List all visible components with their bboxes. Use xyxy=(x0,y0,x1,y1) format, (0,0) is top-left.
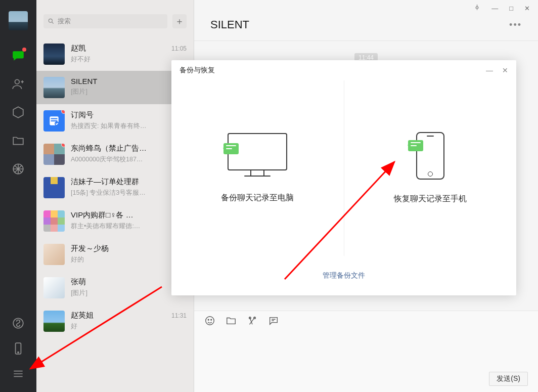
svg-point-11 xyxy=(208,319,209,320)
chat-name: 订阅号 xyxy=(71,110,94,120)
files-icon[interactable] xyxy=(11,134,25,148)
backup-label: 备份聊天记录至电脑 xyxy=(221,193,294,203)
chat-item[interactable]: 订阅号1热搜西安: 如果青春有终… xyxy=(36,104,194,138)
search-icon xyxy=(48,18,55,25)
svg-point-4 xyxy=(18,352,19,353)
svg-rect-7 xyxy=(51,118,58,119)
close-icon[interactable]: ✕ xyxy=(524,5,530,12)
chat-time: 11:31 xyxy=(171,312,187,319)
chat-avatar xyxy=(43,177,65,198)
svg-rect-8 xyxy=(51,120,58,121)
nav-rail xyxy=(0,0,36,392)
unread-dot xyxy=(61,110,65,114)
menu-icon[interactable] xyxy=(11,367,25,381)
chat-avatar xyxy=(43,244,65,265)
chat-avatar xyxy=(43,210,65,232)
phone-icon[interactable] xyxy=(11,341,25,356)
chat-item[interactable]: 赵英姐11:31好 xyxy=(36,304,194,338)
chat-item[interactable]: SILENT1[图片] xyxy=(36,71,194,104)
chat-avatar xyxy=(43,144,65,165)
send-button[interactable]: 发送(S) xyxy=(489,372,528,386)
chat-name: 张萌 xyxy=(71,277,86,287)
contacts-icon[interactable] xyxy=(11,77,25,91)
chat-item[interactable]: 赵凯11:05好不好 xyxy=(36,37,194,71)
phone-device-icon xyxy=(416,132,444,180)
chat-avatar xyxy=(43,43,65,65)
search-input[interactable]: 搜索 xyxy=(43,14,167,28)
maximize-icon[interactable]: □ xyxy=(509,5,513,12)
chat-preview: 群主•美德布耀布耀德:… xyxy=(71,222,182,231)
chat-preview: 好的 xyxy=(71,255,182,264)
chat-item[interactable]: 洁妹子—订单处理群1[15条] 专业保洁3号客服… xyxy=(36,171,194,204)
svg-point-0 xyxy=(15,79,20,84)
chat-menu-icon[interactable]: ••• xyxy=(509,20,522,30)
backup-to-pc-option[interactable]: 备份聊天记录至电脑 xyxy=(171,80,344,256)
my-avatar[interactable] xyxy=(9,11,28,30)
svg-point-5 xyxy=(49,19,52,22)
chat-name: 东尚蜂鸟（禁止广告… xyxy=(71,144,147,153)
history-icon[interactable] xyxy=(268,315,279,326)
manage-backup-link[interactable]: 管理备份文件 xyxy=(171,256,516,295)
chat-name: 赵英姐 xyxy=(71,311,94,320)
chat-preview: [图片] xyxy=(71,289,182,297)
restore-label: 恢复聊天记录至手机 xyxy=(394,194,467,204)
chat-name: VIP内购群□♀各 … xyxy=(71,210,133,220)
folder-icon[interactable] xyxy=(226,315,237,326)
svg-rect-3 xyxy=(16,343,21,354)
pin-icon[interactable] xyxy=(474,4,480,12)
chat-name: 洁妹子—订单处理群 xyxy=(71,177,139,187)
miniprogram-icon[interactable] xyxy=(11,316,25,330)
svg-point-10 xyxy=(206,317,214,325)
chat-list-panel: 搜索 ＋ 赵凯11:05好不好SILENT1[图片]订阅号1热搜西安: 如果青春… xyxy=(36,0,194,392)
minimize-icon[interactable]: — xyxy=(491,5,498,12)
restore-to-phone-option[interactable]: 恢复聊天记录至手机 xyxy=(344,80,517,256)
chat-name: 赵凯 xyxy=(71,43,86,53)
chat-preview: [图片] xyxy=(71,88,182,96)
pc-icon xyxy=(228,133,287,179)
chat-item[interactable]: VIP内购群□♀各 …1群主•美德布耀布耀德:… xyxy=(36,204,194,238)
favorites-icon[interactable] xyxy=(11,105,25,119)
chat-preview: 好不好 xyxy=(71,55,182,64)
search-placeholder: 搜索 xyxy=(58,17,71,26)
chat-preview: 热搜西安: 如果青春有终… xyxy=(71,122,182,130)
chat-name: SILENT xyxy=(71,77,98,85)
dialog-minimize-icon[interactable]: — xyxy=(486,66,493,74)
screenshot-icon[interactable] xyxy=(247,315,258,326)
chat-time: 11:05 xyxy=(171,45,187,52)
window-controls: — □ ✕ xyxy=(194,0,538,16)
dialog-close-icon[interactable]: ✕ xyxy=(502,66,508,74)
chat-preview: [15条] 专业保洁3号客服… xyxy=(71,189,182,197)
moments-icon[interactable] xyxy=(11,162,25,176)
chat-avatar xyxy=(43,110,65,132)
chat-item[interactable]: 东尚蜂鸟（禁止广告…1A0000000庆华驾校187… xyxy=(36,138,194,171)
chat-name: 开发～少杨 xyxy=(71,244,109,253)
chat-avatar xyxy=(43,277,65,298)
chat-item[interactable]: 开发～少杨好的 xyxy=(36,238,194,271)
chat-preview: 好 xyxy=(71,322,182,331)
chat-icon[interactable] xyxy=(11,49,25,63)
chat-title: SILENT xyxy=(210,18,249,31)
chat-item[interactable]: 张萌11:42[图片] xyxy=(36,271,194,304)
emoji-icon[interactable] xyxy=(204,315,215,326)
unread-dot xyxy=(61,144,65,147)
backup-restore-dialog: 备份与恢复 — ✕ 备份聊天记录至电脑 恢复聊天记录至手机 xyxy=(171,60,516,295)
dialog-title: 备份与恢复 xyxy=(180,66,215,75)
svg-point-12 xyxy=(211,319,212,320)
chat-avatar xyxy=(43,311,65,332)
chat-avatar xyxy=(43,77,65,98)
chat-preview: A0000000庆华驾校187… xyxy=(71,155,182,164)
add-button[interactable]: ＋ xyxy=(172,14,187,28)
